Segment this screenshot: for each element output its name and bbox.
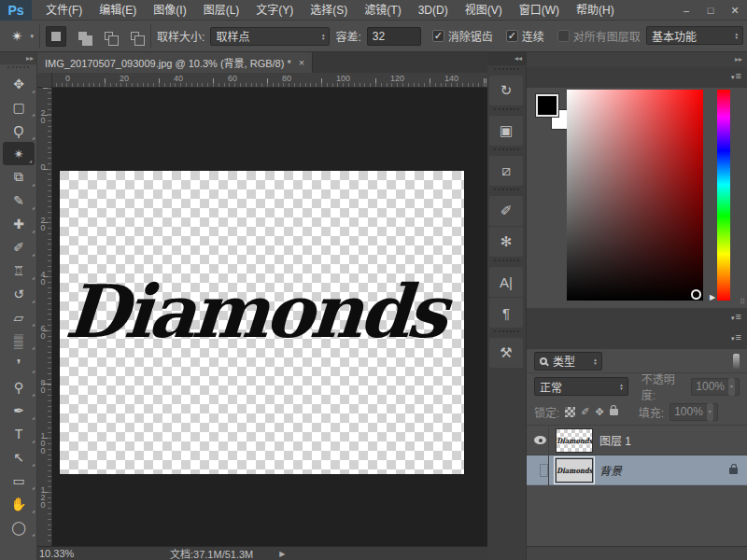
lock-paint-icon[interactable]: ✐ (581, 406, 589, 418)
marquee-tool[interactable]: ▢ (0, 95, 37, 119)
panel-tab[interactable] (527, 67, 551, 88)
spot-healing-tool[interactable]: ✚ (0, 212, 37, 235)
add-to-selection-button[interactable] (72, 26, 92, 47)
vertical-ruler[interactable]: 20020406080100120 (37, 88, 52, 546)
blur-tool[interactable]: ❜ (0, 352, 37, 375)
menu-item[interactable]: 图像(I) (145, 0, 194, 21)
pen-tool[interactable]: ✒ (0, 399, 37, 422)
option-checkbox[interactable]: 对所有图层取 (557, 28, 641, 44)
layer-visibility-toggle[interactable] (532, 426, 549, 455)
lock-transparency-icon[interactable] (565, 407, 575, 417)
menu-item[interactable]: 编辑(E) (91, 0, 145, 21)
toolbar-collapse-button[interactable]: ▸▸ (0, 52, 36, 64)
type-tool[interactable]: T (0, 422, 37, 445)
checkbox-icon[interactable] (432, 30, 444, 42)
foreground-color-swatch[interactable] (536, 94, 558, 117)
menu-item[interactable]: 滤镜(T) (356, 0, 409, 21)
dock-panel-button[interactable]: ⧄ (489, 156, 523, 186)
layer-filter-select[interactable]: 类型 ▴▾ (534, 352, 602, 371)
intersect-selection-button[interactable] (124, 26, 145, 47)
layer-name[interactable]: 图层 1 (599, 432, 631, 448)
shape-tool[interactable]: ▭ (0, 469, 37, 492)
lock-position-icon[interactable]: ✥ (596, 406, 604, 418)
canvas[interactable]: Diamonds (60, 171, 464, 474)
zoom-tool[interactable]: ◯ (0, 515, 37, 539)
ruler-origin-corner[interactable] (37, 73, 52, 88)
tab-close-icon[interactable]: × (299, 57, 304, 68)
lasso-tool[interactable]: Ϙ (0, 119, 37, 142)
magic-wand-icon[interactable]: ✴ (11, 28, 23, 45)
menu-item[interactable]: 选择(S) (302, 0, 356, 21)
dock-grip[interactable] (494, 68, 519, 75)
close-icon[interactable]: ✕ (723, 1, 747, 20)
panel-tab[interactable] (527, 308, 551, 329)
dock-grip[interactable] (494, 330, 519, 337)
panel-tab[interactable] (551, 67, 575, 88)
dock-grip[interactable] (494, 148, 519, 155)
menu-item[interactable]: 窗口(W) (511, 0, 568, 21)
layer-thumbnail[interactable]: Diamonds (556, 458, 593, 483)
gradient-tool[interactable]: ▒ (0, 329, 37, 352)
menu-item[interactable]: 文字(Y) (247, 0, 302, 21)
filter-toggle-icon[interactable] (733, 354, 740, 369)
minimize-icon[interactable]: – (674, 1, 698, 20)
opacity-value[interactable]: 100% ▾ (691, 378, 740, 396)
dock-grip[interactable] (494, 259, 519, 266)
panels-collapse-button[interactable]: ▸▸ (527, 52, 747, 67)
path-selection-tool[interactable]: ↖ (0, 445, 37, 469)
panel-tab[interactable] (575, 329, 599, 349)
dock-panel-button[interactable]: ⚒ (489, 338, 523, 368)
tolerance-input[interactable]: 32 (367, 27, 421, 46)
zoom-level-field[interactable]: 10.33% (39, 548, 105, 559)
horizontal-ruler[interactable]: 020406080100120140 (52, 73, 487, 88)
eraser-tool[interactable]: ▱ (0, 305, 37, 329)
maximize-icon[interactable]: □ (698, 1, 723, 20)
new-selection-button[interactable] (46, 26, 66, 47)
option-checkbox[interactable]: 消除锯齿 (432, 28, 493, 44)
dock-panel-button[interactable]: ¶ (489, 298, 523, 328)
workspace-select[interactable]: 基本功能 ▴▾ (646, 26, 743, 45)
panel-menu-icon[interactable]: ▾≡ (731, 306, 741, 329)
layer-row-background[interactable]: Diamonds 背景 (527, 455, 747, 485)
dock-grip[interactable] (494, 189, 519, 195)
panel-tab[interactable] (527, 329, 551, 349)
dock-panel-button[interactable]: A| (489, 267, 523, 297)
dock-expand-button[interactable]: ◂◂ (487, 52, 526, 65)
dock-grip[interactable] (494, 108, 519, 115)
panel-resize-grip[interactable]: ⠿ (740, 298, 745, 306)
crop-tool[interactable]: ⧉ (0, 165, 37, 189)
layer-visibility-toggle[interactable] (532, 455, 549, 485)
dock-panel-button[interactable]: ✐ (489, 196, 523, 226)
dock-panel-button[interactable]: ✻ (489, 227, 523, 257)
panel-tab[interactable] (575, 308, 599, 329)
saturation-brightness-field[interactable] (567, 90, 703, 301)
menu-item[interactable]: 文件(F) (37, 0, 91, 21)
panel-tab[interactable] (551, 308, 575, 329)
magic-wand-tool[interactable]: ✴ (3, 142, 35, 165)
hue-slider-handle-icon[interactable]: ▶ (710, 293, 715, 301)
panel-tab[interactable] (551, 329, 575, 349)
subtract-from-selection-button[interactable] (98, 26, 119, 47)
fill-value[interactable]: 100% ▾ (669, 403, 718, 421)
dodge-tool[interactable]: ⚲ (0, 375, 37, 399)
dock-panel-button[interactable]: ▣ (489, 116, 523, 146)
lock-all-icon[interactable] (610, 409, 618, 415)
blend-mode-select[interactable]: 正常 ▴▾ (534, 377, 628, 396)
layer-thumbnail[interactable]: Diamonds (556, 428, 593, 453)
move-tool[interactable]: ✥ (0, 72, 37, 95)
eyedropper-tool[interactable]: ✎ (0, 189, 37, 212)
sample-size-select[interactable]: 取样点 ▴▾ (210, 27, 330, 46)
checkbox-icon[interactable] (506, 30, 518, 42)
document-tab[interactable]: IMG_20170507_093009.jpg @ 10.3% (背景, RGB… (37, 52, 313, 73)
checkbox-icon[interactable] (557, 30, 570, 42)
panel-menu-icon[interactable]: ▾≡ (731, 65, 741, 88)
color-sample-ring-icon[interactable] (691, 289, 701, 300)
clone-stamp-tool[interactable]: ♖ (0, 259, 37, 282)
hue-slider[interactable] (717, 90, 730, 301)
status-menu-arrow-icon[interactable]: ▶ (279, 550, 285, 558)
panel-menu-icon[interactable]: ▾≡ (731, 327, 741, 349)
menu-item[interactable]: 3D(D) (410, 0, 457, 21)
layer-name[interactable]: 背景 (599, 462, 622, 478)
brush-tool[interactable]: ✐ (0, 235, 37, 259)
menu-item[interactable]: 帮助(H) (568, 0, 623, 21)
